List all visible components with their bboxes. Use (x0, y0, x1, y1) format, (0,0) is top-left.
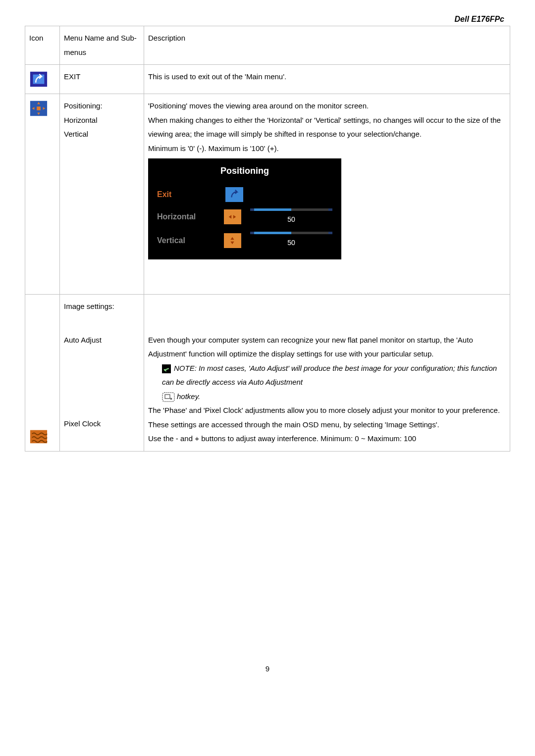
exit-menu-label: EXIT (60, 65, 144, 94)
auto-adjust-desc: Even though your computer system can rec… (148, 333, 506, 361)
auto-adjust-label: Auto Adjust (64, 333, 140, 348)
note-text-1: NOTE: In most cases, 'Auto Adjust' will … (162, 364, 497, 387)
positioning-desc-1: 'Positioning' moves the viewing area aro… (148, 99, 506, 113)
exit-desc: This is used to exit out of the 'Main me… (144, 65, 510, 94)
pixel-clock-label: Pixel Clock (64, 417, 140, 431)
auto-adjust-hotkey-icon (162, 392, 175, 402)
osd-vertical-label: Vertical (157, 233, 215, 248)
positioning-menu-line1: Positioning: (64, 99, 140, 113)
note-icon (162, 364, 171, 373)
osd-menu-table: Icon Menu Name and Sub-menus Description… (25, 26, 510, 452)
osd-vertical-value: 50 (287, 236, 295, 250)
exit-icon (29, 70, 48, 89)
product-header: Dell E176FPc (25, 15, 510, 24)
positioning-osd-panel: Positioning Exit Horizontal (148, 158, 341, 259)
osd-horizontal-value: 50 (287, 213, 295, 226)
page-number: 9 (25, 664, 510, 673)
svg-rect-5 (162, 393, 174, 402)
osd-horizontal-label: Horizontal (157, 209, 215, 224)
pixel-clock-icon (29, 427, 48, 446)
osd-horizontal-slider (250, 208, 332, 211)
osd-exit-icon (225, 187, 243, 202)
positioning-menu-line3: Vertical (64, 127, 140, 142)
col-icon-header: Icon (25, 26, 60, 65)
pixel-clock-desc-1: The 'Phase' and 'Pixel Clock' adjustment… (148, 403, 506, 432)
positioning-icon (29, 99, 48, 118)
osd-horizontal-icon (224, 209, 241, 224)
svg-rect-1 (33, 75, 45, 84)
positioning-desc-2: When making changes to either the 'Horiz… (148, 113, 506, 142)
note-text-2: hotkey. (177, 392, 200, 401)
svg-rect-6 (165, 395, 170, 399)
image-settings-heading: Image settings: (64, 300, 140, 314)
col-menu-header: Menu Name and Sub-menus (60, 26, 144, 65)
positioning-desc-3: Minimum is '0' (-). Maximum is '100' (+)… (148, 142, 506, 156)
col-desc-header: Description (144, 26, 510, 65)
svg-rect-3 (37, 106, 41, 110)
osd-title: Positioning (148, 158, 341, 184)
osd-exit-label: Exit (157, 187, 216, 202)
pixel-clock-desc-2: Use the - and + buttons to adjust away i… (148, 432, 506, 446)
osd-vertical-icon (224, 233, 241, 248)
positioning-menu-line2: Horizontal (64, 113, 140, 128)
osd-vertical-slider (250, 232, 332, 234)
